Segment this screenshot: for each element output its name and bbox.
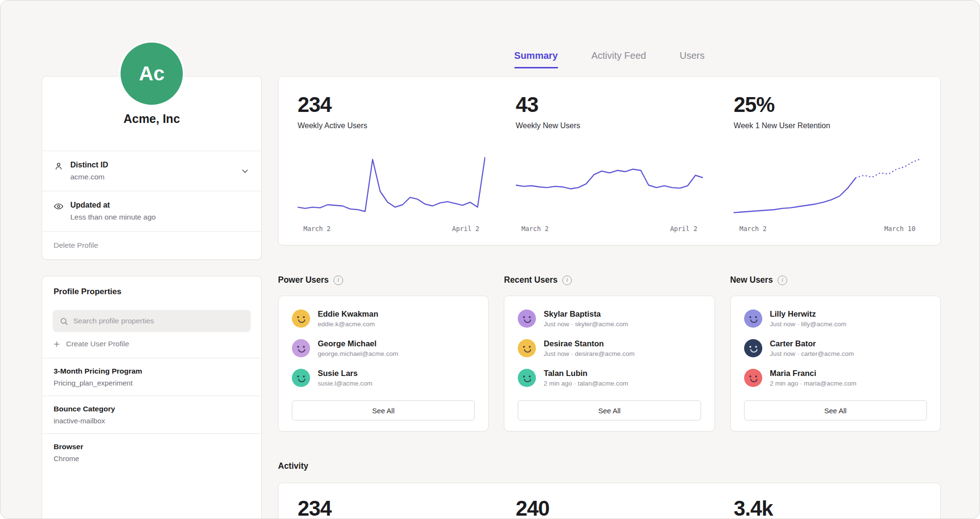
user-row[interactable]: Carter Bator Just now · carter@acme.com — [744, 339, 927, 357]
distinct-id-text: Distinct ID acme.com — [70, 161, 108, 181]
user-avatar — [744, 339, 762, 357]
create-user-profile-button[interactable]: Create User Profile — [53, 340, 251, 348]
property-row-bounce-category[interactable]: Bounce Category inactive-mailbox — [42, 396, 261, 433]
updated-at-label: Updated at — [70, 201, 156, 210]
user-name: George Michael — [318, 339, 398, 348]
x-axis-start-label: March 2 — [522, 225, 549, 232]
property-row-browser[interactable]: Browser Chrome — [42, 433, 261, 471]
power-users-header: Power Users i — [278, 275, 489, 285]
property-value: inactive-mailbox — [54, 417, 250, 425]
x-axis-end-label: April 2 — [670, 225, 697, 232]
user-avatar — [518, 339, 536, 357]
info-icon[interactable]: i — [334, 276, 343, 285]
user-detail: Just now · desirare@acme.com — [544, 350, 635, 357]
user-row[interactable]: Lilly Herwitz Just now · lilly@acme.com — [744, 309, 927, 328]
section-title: New Users — [730, 275, 773, 285]
user-avatar — [292, 309, 310, 328]
user-avatar — [292, 339, 310, 357]
user-name: Desirae Stanton — [544, 339, 635, 348]
updated-at-text: Updated at Less than one minute ago — [70, 201, 156, 221]
weekly-new-users-sparkline — [516, 152, 703, 218]
recent-users-header: Recent Users i — [504, 275, 714, 285]
main-content: Summary Activity Feed Users 234 Weekly A… — [278, 0, 941, 519]
user-detail: Just now · skyler@acme.com — [544, 320, 628, 328]
week1-retention-sparkline — [734, 152, 921, 218]
create-user-profile-label: Create User Profile — [66, 340, 129, 348]
user-detail: Just now · carter@acme.com — [770, 350, 854, 357]
property-row-pricing-program[interactable]: 3-Month Pricing Program Pricing_plan_exp… — [42, 358, 261, 396]
activity-section-title: Activity — [278, 461, 941, 471]
user-name: Skylar Baptista — [544, 309, 628, 319]
company-name: Acme, Inc — [42, 112, 261, 151]
power-users-section: Power Users i Eddie Kwakman eddie.k@acme… — [278, 275, 489, 431]
user-name: Lilly Herwitz — [770, 309, 846, 319]
user-row[interactable]: Maria Franci 2 min ago · maria@acme.com — [744, 369, 927, 387]
distinct-id-label: Distinct ID — [70, 161, 108, 169]
tab-summary[interactable]: Summary — [514, 50, 558, 68]
user-name: Maria Franci — [770, 369, 857, 378]
activity-card: 234 240 3.4k — [278, 483, 941, 519]
user-row[interactable]: Desirae Stanton Just now · desirare@acme… — [518, 339, 701, 357]
updated-at-value: Less than one minute ago — [70, 213, 156, 221]
user-detail: Just now · lilly@acme.com — [770, 320, 846, 328]
metric-label: Weekly Active Users — [298, 121, 485, 130]
user-detail: eddie.k@acme.com — [318, 320, 379, 328]
property-name: Bounce Category — [54, 405, 250, 413]
person-icon — [54, 161, 64, 171]
company-avatar-initials: Ac — [139, 62, 165, 85]
metric-value: 25% — [734, 93, 921, 117]
user-row[interactable]: Skylar Baptista Just now · skyler@acme.c… — [518, 309, 701, 328]
info-icon[interactable]: i — [562, 276, 572, 285]
user-detail: susie.l@acme.com — [318, 380, 372, 387]
user-avatar — [744, 369, 762, 387]
user-detail: 2 min ago · talan@acme.com — [544, 380, 628, 387]
chevron-down-icon[interactable] — [240, 166, 250, 176]
x-axis-start-label: March 2 — [303, 225, 331, 232]
user-detail: george.michael@acme.com — [318, 350, 398, 357]
metric-weekly-active-users: 234 Weekly Active Users March 2 April 2 — [298, 93, 485, 232]
x-axis-end-label: March 10 — [884, 225, 915, 232]
metric-label: Weekly New Users — [516, 121, 703, 130]
user-row[interactable]: Talan Lubin 2 min ago · talan@acme.com — [518, 369, 701, 387]
user-name: Carter Bator — [770, 339, 854, 348]
user-row[interactable]: George Michael george.michael@acme.com — [292, 339, 475, 357]
delete-profile-button[interactable]: Delete Profile — [42, 231, 261, 259]
metric-label: Week 1 New User Retention — [734, 121, 921, 130]
plus-icon — [53, 340, 61, 348]
recent-users-card: Skylar Baptista Just now · skyler@acme.c… — [504, 296, 714, 431]
activity-stat: 234 — [298, 497, 485, 519]
section-title: Recent Users — [504, 275, 557, 285]
metric-week1-retention: 25% Week 1 New User Retention March 2 Ma… — [734, 93, 921, 232]
info-icon[interactable]: i — [778, 276, 787, 285]
user-avatar — [744, 309, 762, 328]
x-axis-start-label: March 2 — [739, 225, 767, 232]
search-input[interactable] — [73, 317, 244, 325]
see-all-button[interactable]: See All — [744, 400, 927, 420]
recent-users-section: Recent Users i Skylar Baptista Just now … — [504, 275, 714, 431]
user-avatar — [518, 369, 536, 387]
section-title: Power Users — [278, 275, 329, 285]
profile-sidebar: Ac Acme, Inc Distinct ID acme.com — [42, 0, 262, 519]
weekly-active-users-sparkline — [298, 152, 485, 218]
x-axis-end-label: April 2 — [452, 225, 479, 232]
user-avatar — [518, 309, 536, 328]
property-value: Chrome — [54, 454, 250, 463]
x-axis: March 2 March 10 — [734, 225, 921, 232]
x-axis: March 2 April 2 — [516, 225, 703, 232]
profile-properties-search[interactable] — [53, 310, 251, 332]
search-icon — [59, 317, 68, 326]
distinct-id-row[interactable]: Distinct ID acme.com — [42, 151, 261, 191]
see-all-button[interactable]: See All — [518, 400, 701, 420]
user-name: Susie Lars — [318, 369, 372, 378]
new-users-header: New Users i — [730, 275, 941, 285]
activity-stat: 240 — [516, 497, 703, 519]
tab-users[interactable]: Users — [679, 50, 704, 68]
eye-icon — [54, 201, 64, 211]
user-row[interactable]: Susie Lars susie.l@acme.com — [292, 369, 475, 387]
see-all-button[interactable]: See All — [292, 400, 475, 420]
user-avatar — [292, 369, 310, 387]
user-row[interactable]: Eddie Kwakman eddie.k@acme.com — [292, 309, 475, 328]
tab-activity-feed[interactable]: Activity Feed — [591, 50, 646, 68]
company-avatar: Ac — [121, 43, 183, 105]
power-users-card: Eddie Kwakman eddie.k@acme.com George Mi… — [278, 296, 489, 431]
